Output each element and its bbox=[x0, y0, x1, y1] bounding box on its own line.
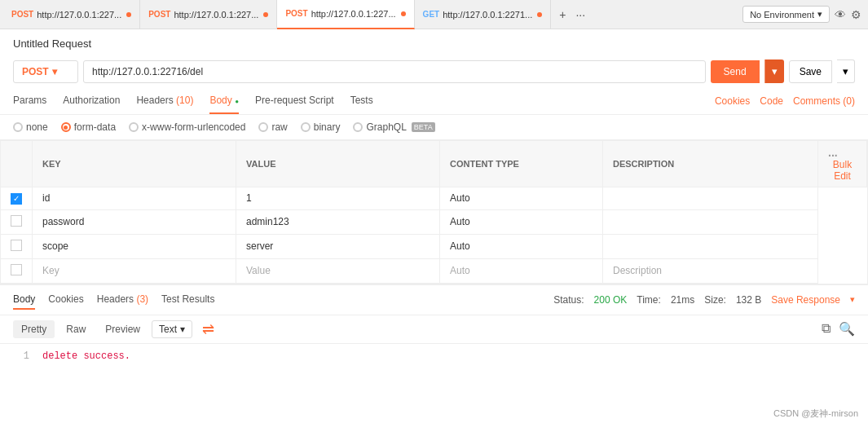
row-2-check-cell bbox=[1, 209, 33, 234]
send-dropdown-button[interactable]: ▾ bbox=[764, 59, 784, 83]
time-value: 21ms bbox=[671, 294, 694, 306]
tab-1-method: POST bbox=[11, 10, 33, 19]
response-content: 1 delete success. bbox=[0, 344, 868, 393]
row-1-value-cell[interactable]: 1 bbox=[236, 187, 440, 210]
form-data-label: form-data bbox=[74, 121, 116, 133]
row-1-key-cell[interactable]: id bbox=[33, 187, 236, 210]
tab-3-url: http://127.0.0.1:227... bbox=[311, 9, 396, 19]
tab-headers[interactable]: Headers (10) bbox=[136, 88, 193, 114]
row-3-key-cell[interactable]: scope bbox=[33, 234, 236, 258]
save-response-arrow-icon[interactable]: ▾ bbox=[850, 294, 855, 305]
row-1-content-cell: Auto bbox=[440, 187, 603, 210]
col-actions-header: ... Bulk Edit bbox=[818, 141, 867, 187]
row-3-content-cell: Auto bbox=[440, 234, 603, 258]
tab-body[interactable]: Body ● bbox=[209, 88, 239, 114]
req-tab-right: Cookies Code Comments (0) bbox=[715, 95, 855, 107]
comments-link[interactable]: Comments (0) bbox=[793, 95, 855, 107]
row-2-checkbox[interactable] bbox=[11, 215, 22, 227]
row-1-desc-cell[interactable] bbox=[603, 187, 818, 210]
body-raw[interactable]: raw bbox=[258, 121, 287, 133]
res-headers-badge: (3) bbox=[136, 293, 148, 305]
tab-2[interactable]: POST http://127.0.0.1:227... bbox=[140, 0, 277, 29]
raw-radio-circle bbox=[258, 122, 268, 132]
gear-icon[interactable]: ⚙ bbox=[851, 8, 861, 21]
more-tabs-button[interactable]: ··· bbox=[571, 5, 590, 24]
tab-pre-request[interactable]: Pre-request Script bbox=[255, 88, 334, 114]
body-none[interactable]: none bbox=[13, 121, 48, 133]
save-button[interactable]: Save bbox=[789, 60, 832, 83]
row-2-value-cell[interactable]: admin123 bbox=[236, 209, 440, 234]
request-tabs: Params Authorization Headers (10) Body ●… bbox=[0, 88, 868, 115]
search-icon[interactable]: 🔍 bbox=[839, 321, 855, 337]
row-4-key-cell[interactable]: Key bbox=[33, 258, 236, 283]
tab-3[interactable]: POST http://127.0.0.1:227... bbox=[277, 0, 414, 29]
preview-button[interactable]: Preview bbox=[97, 320, 148, 338]
table-row-placeholder: Key Value Auto Description bbox=[1, 258, 867, 283]
row-1-checkbox[interactable] bbox=[11, 193, 22, 205]
url-input[interactable] bbox=[83, 60, 706, 83]
tab-tests[interactable]: Tests bbox=[350, 88, 373, 114]
body-form-data[interactable]: form-data bbox=[61, 121, 116, 133]
res-tab-cookies[interactable]: Cookies bbox=[48, 290, 83, 310]
tab-4[interactable]: GET http://127.0.0.1:2271... bbox=[415, 0, 552, 29]
wrap-icon[interactable]: ⇌ bbox=[202, 320, 214, 338]
format-select[interactable]: Text ▾ bbox=[152, 320, 192, 338]
response-view-bar: Pretty Raw Preview Text ▾ ⇌ ⧉ 🔍 bbox=[0, 315, 868, 344]
row-2-desc-cell[interactable] bbox=[603, 209, 818, 234]
env-select[interactable]: No Environment ▾ bbox=[742, 6, 830, 23]
response-text: delete success. bbox=[42, 350, 130, 386]
row-4-checkbox[interactable] bbox=[11, 264, 22, 275]
res-status-section: Status: 200 OK Time: 21ms Size: 132 B Sa… bbox=[553, 294, 855, 306]
res-tab-body[interactable]: Body bbox=[13, 290, 35, 310]
bulk-edit-button[interactable]: Bulk Edit bbox=[828, 159, 857, 182]
params-table-section: KEY VALUE CONTENT TYPE DESCRIPTION ... B… bbox=[0, 140, 868, 284]
body-binary[interactable]: binary bbox=[301, 121, 341, 133]
pretty-button[interactable]: Pretty bbox=[13, 320, 55, 338]
row-3-value-cell[interactable]: server bbox=[236, 234, 440, 258]
params-table: KEY VALUE CONTENT TYPE DESCRIPTION ... B… bbox=[1, 141, 867, 284]
none-radio-circle bbox=[13, 122, 23, 132]
request-title: Untitled Request bbox=[0, 29, 868, 55]
response-bar: Body Cookies Headers (3) Test Results St… bbox=[0, 284, 868, 315]
code-link[interactable]: Code bbox=[760, 95, 783, 107]
body-urlencoded[interactable]: x-www-form-urlencoded bbox=[129, 121, 245, 133]
eye-icon[interactable]: 👁 bbox=[835, 8, 846, 21]
tab-authorization[interactable]: Authorization bbox=[63, 88, 120, 114]
graphql-radio-circle bbox=[353, 122, 363, 132]
tab-1[interactable]: POST http://127.0.0.1:227... bbox=[3, 0, 140, 29]
tab-params[interactable]: Params bbox=[13, 88, 46, 114]
method-select[interactable]: POST ▾ bbox=[13, 60, 78, 83]
col-check-header bbox=[1, 141, 33, 187]
res-tab-headers[interactable]: Headers (3) bbox=[97, 290, 148, 310]
body-type-bar: none form-data x-www-form-urlencoded raw… bbox=[0, 115, 868, 140]
row-3-checkbox[interactable] bbox=[11, 240, 22, 251]
method-chevron-icon: ▾ bbox=[52, 66, 57, 77]
tab-1-url: http://127.0.0.1:227... bbox=[37, 10, 121, 20]
col-value-header: VALUE bbox=[236, 141, 440, 187]
form-data-radio-circle bbox=[61, 122, 71, 132]
row-3-desc-cell[interactable] bbox=[603, 234, 818, 258]
raw-label: raw bbox=[271, 121, 287, 133]
res-tab-test-results[interactable]: Test Results bbox=[161, 290, 214, 310]
save-dropdown-button[interactable]: ▾ bbox=[837, 59, 855, 83]
status-value: 200 OK bbox=[594, 294, 628, 306]
urlencoded-radio-circle bbox=[129, 122, 139, 132]
urlencoded-label: x-www-form-urlencoded bbox=[142, 121, 245, 133]
tab-actions: + ··· bbox=[554, 5, 590, 24]
col-content-header: CONTENT TYPE bbox=[440, 141, 603, 187]
copy-icon[interactable]: ⧉ bbox=[822, 321, 831, 337]
send-button[interactable]: Send bbox=[711, 60, 760, 83]
row-2-key-cell[interactable]: password bbox=[33, 209, 236, 234]
new-tab-button[interactable]: + bbox=[554, 5, 571, 24]
headers-badge: (10) bbox=[176, 95, 193, 106]
body-graphql[interactable]: GraphQL BETA bbox=[353, 121, 434, 133]
tab-2-dot bbox=[263, 12, 268, 17]
table-row: scope server Auto bbox=[1, 234, 867, 258]
cookies-link[interactable]: Cookies bbox=[715, 95, 750, 107]
row-3-check-cell bbox=[1, 234, 33, 258]
raw-button[interactable]: Raw bbox=[58, 320, 94, 338]
row-4-value-cell[interactable]: Value bbox=[236, 258, 440, 283]
none-label: none bbox=[26, 121, 48, 133]
row-4-desc-cell[interactable]: Description bbox=[603, 258, 818, 283]
save-response-button[interactable]: Save Response bbox=[771, 294, 840, 306]
